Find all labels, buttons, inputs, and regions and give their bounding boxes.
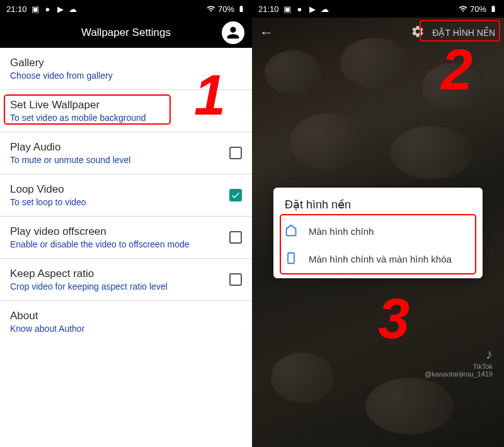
item-title: About [10, 310, 242, 322]
item-title: Play Audio [10, 141, 229, 154]
circle-icon: ● [43, 4, 52, 13]
item-sub: To set loop to video [10, 197, 229, 207]
screen-preview: 21:10 ▣ ● ▶ ☁ 70% ← ĐẶT HÌNH NỀN [252, 0, 504, 447]
tiktok-brand: TikTok [425, 363, 493, 370]
dialog-option-label: Màn hình chính [309, 225, 374, 238]
wifi-icon [459, 4, 467, 13]
item-play-offscreen[interactable]: Play video offscreen Enable or disable t… [0, 217, 252, 259]
page-title: Wallpaper Settings [81, 26, 171, 39]
image-icon: ▣ [283, 4, 292, 13]
item-title: Loop Video [10, 183, 229, 196]
status-time: 21:10 [258, 4, 279, 14]
gear-icon[interactable] [411, 25, 425, 41]
image-icon: ▣ [31, 4, 40, 13]
set-wallpaper-button[interactable]: ĐẶT HÌNH NỀN [431, 25, 496, 40]
item-sub: Crop video for keeping aspect ratio leve… [10, 281, 229, 291]
home-icon [285, 224, 297, 239]
checkbox-loop-video[interactable] [229, 189, 242, 201]
item-sub: Enable or disable the video to offscreen… [10, 239, 229, 249]
item-set-live-wallpaper[interactable]: Set Live Wallpaper To set video as mobil… [0, 90, 252, 132]
battery-icon [489, 4, 498, 13]
tiktok-handle: @kanaotanjirou_1419 [425, 370, 493, 378]
checkbox-offscreen[interactable] [229, 231, 242, 244]
dialog-option-label: Màn hình chính và màn hình khóa [309, 253, 452, 266]
item-about[interactable]: About Know about Author [0, 301, 252, 342]
item-gallery[interactable]: Gallery Choose video from gallery [0, 48, 252, 90]
preview-header: ← ĐẶT HÌNH NỀN [252, 18, 504, 48]
dialog-title: Đặt hình nền [273, 198, 483, 218]
tiktok-watermark: ♪ TikTok @kanaotanjirou_1419 [425, 346, 493, 378]
set-wallpaper-dialog: Đặt hình nền Màn hình chính Màn hình chí… [273, 188, 483, 278]
circle-icon: ● [295, 4, 304, 13]
item-sub: Choose video from gallery [10, 71, 242, 81]
item-sub: To set video as mobile background [10, 113, 242, 123]
item-sub: To mute or unmute sound level [10, 155, 229, 165]
item-title: Set Live Wallpaper [10, 99, 242, 111]
item-sub: Know about Author [10, 324, 242, 334]
cloud-icon: ☁ [69, 4, 77, 13]
status-battery: 70% [470, 4, 486, 14]
checkbox-aspect[interactable] [229, 273, 242, 286]
status-battery: 70% [218, 4, 234, 14]
status-bar: 21:10 ▣ ● ▶ ☁ 70% [0, 0, 252, 18]
settings-list: Gallery Choose video from gallery Set Li… [0, 48, 252, 342]
phone-icon [285, 252, 297, 267]
dialog-option-home-lock[interactable]: Màn hình chính và màn hình khóa [273, 246, 483, 273]
youtube-icon: ▶ [308, 4, 317, 13]
item-title: Play video offscreen [10, 225, 229, 238]
youtube-icon: ▶ [56, 4, 65, 13]
item-play-audio[interactable]: Play Audio To mute or unmute sound level [0, 132, 252, 174]
battery-icon [237, 4, 246, 13]
tiktok-icon: ♪ [425, 346, 493, 363]
avatar[interactable] [222, 21, 244, 44]
screen-settings: 21:10 ▣ ● ▶ ☁ 70% Wallpaper Settings Gal… [0, 0, 252, 447]
item-title: Gallery [10, 57, 242, 69]
back-arrow-icon[interactable]: ← [260, 25, 273, 41]
item-keep-aspect[interactable]: Keep Aspect ratio Crop video for keeping… [0, 259, 252, 301]
status-time: 21:10 [6, 4, 27, 14]
header: Wallpaper Settings [0, 18, 252, 48]
wifi-icon [207, 4, 215, 13]
status-bar: 21:10 ▣ ● ▶ ☁ 70% [252, 0, 504, 18]
svg-rect-0 [288, 253, 294, 264]
checkbox-play-audio[interactable] [229, 147, 242, 159]
item-title: Keep Aspect ratio [10, 268, 229, 280]
item-loop-video[interactable]: Loop Video To set loop to video [0, 174, 252, 217]
cloud-icon: ☁ [321, 4, 329, 13]
dialog-option-home[interactable]: Màn hình chính [273, 218, 483, 246]
